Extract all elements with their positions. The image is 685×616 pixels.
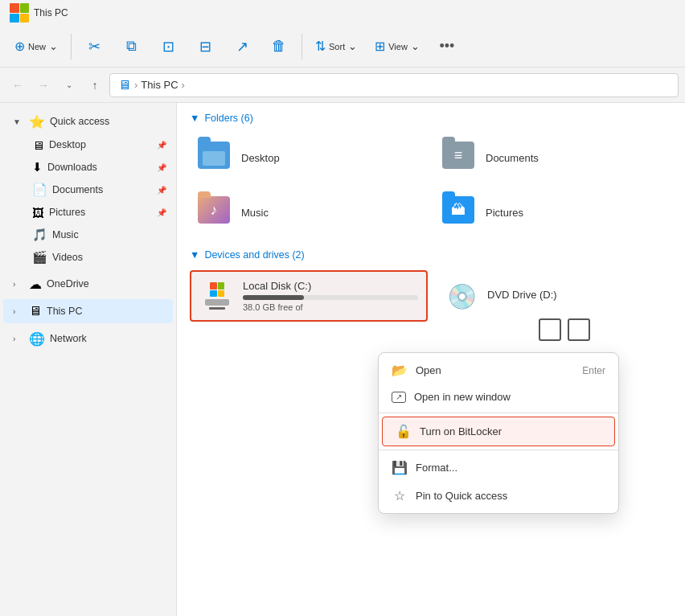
thispc-section: › 🖥 This PC <box>0 299 176 323</box>
view-chevron: ⌄ <box>411 40 420 52</box>
thispc-expand: › <box>13 307 24 316</box>
paste-button[interactable]: ⊡ <box>150 29 186 64</box>
drive-c-bar-fill <box>243 295 304 300</box>
paste-icon: ⊡ <box>162 38 174 55</box>
title-bar-text: This PC <box>34 7 68 18</box>
pictures-icon: 🖼 <box>32 206 44 220</box>
open-shortcut: Enter <box>582 365 605 376</box>
copy-icon: ⧉ <box>126 38 137 55</box>
view-icon: ⊞ <box>375 39 385 54</box>
pin-icon-documents: 📌 <box>157 186 166 195</box>
back-icon: ← <box>12 79 23 92</box>
back-button[interactable]: ← <box>6 74 29 97</box>
desktop-icon: 🖥 <box>32 138 44 152</box>
sidebar-item-videos[interactable]: 🎬 Videos <box>3 246 173 269</box>
sidebar-item-network[interactable]: › 🌐 Network <box>3 326 173 351</box>
drive-item-d[interactable]: 💿 DVD Drive (D:) <box>434 270 672 322</box>
music-label: Music <box>52 229 166 240</box>
format-menu-icon: 💾 <box>392 460 408 475</box>
bitlocker-menu-icon: 🔓 <box>396 424 412 439</box>
sidebar-item-thispc[interactable]: › 🖥 This PC <box>3 299 173 323</box>
context-menu-item-bitlocker[interactable]: 🔓 Turn on BitLocker <box>382 417 615 446</box>
drive-c-name: Local Disk (C:) <box>243 280 418 292</box>
address-bar[interactable]: 🖥 › This PC › <box>109 73 679 97</box>
folder-documents-name: Documents <box>486 152 539 164</box>
drive-d-name: DVD Drive (D:) <box>487 289 662 301</box>
folders-chevron: ▼ <box>190 113 199 124</box>
drive-d-info: DVD Drive (D:) <box>487 289 662 304</box>
context-menu-item-open[interactable]: 📂 Open Enter <box>379 356 618 384</box>
quick-access-label: Quick access <box>50 116 166 127</box>
folder-music-name: Music <box>241 207 269 219</box>
videos-icon: 🎬 <box>32 250 47 265</box>
dropdown-button[interactable]: ⌄ <box>58 74 80 97</box>
format-menu-label: Format... <box>416 462 605 474</box>
drive-c-info: Local Disk (C:) 38.0 GB free of <box>243 280 418 312</box>
context-menu-item-pin[interactable]: ☆ Pin to Quick access <box>379 482 618 510</box>
separator-1 <box>71 34 72 60</box>
folder-item-desktop[interactable]: Desktop <box>190 133 428 182</box>
title-bar: This PC <box>0 0 685 26</box>
rename-button[interactable]: ⊟ <box>187 29 223 64</box>
sidebar-item-music[interactable]: 🎵 Music <box>3 224 173 246</box>
breadcrumb-separator-0: › <box>134 79 137 91</box>
folders-section-header[interactable]: ▼ Folders (6) <box>190 113 672 124</box>
more-button[interactable]: ••• <box>429 29 465 64</box>
onedrive-expand: › <box>13 280 24 289</box>
dropdown-icon: ⌄ <box>66 80 72 89</box>
resize-icons <box>539 318 590 341</box>
open-menu-icon: 📂 <box>392 363 408 378</box>
up-icon: ↑ <box>92 79 98 92</box>
copy-button[interactable]: ⧉ <box>113 29 149 64</box>
desktop-label: Desktop <box>49 139 152 150</box>
context-menu: 📂 Open Enter ↗ Open in new window 🔓 Turn… <box>378 352 619 514</box>
share-button[interactable]: ↗ <box>224 29 260 64</box>
pictures-folder-icon: 🏔 <box>442 195 478 230</box>
main-layout: ▼ ⭐ Quick access 🖥 Desktop 📌 ⬇ Downloads… <box>0 103 685 616</box>
drives-section-label: Devices and drives (2) <box>204 249 304 261</box>
forward-button[interactable]: → <box>32 74 55 97</box>
cut-button[interactable]: ✂ <box>76 29 112 64</box>
drive-item-c[interactable]: Local Disk (C:) 38.0 GB free of <box>190 270 428 322</box>
nav-bar: ← → ⌄ ↑ 🖥 › This PC › <box>0 68 685 103</box>
onedrive-icon: ☁ <box>29 277 42 292</box>
folder-desktop-name: Desktop <box>241 152 280 164</box>
forward-icon: → <box>38 79 49 92</box>
up-button[interactable]: ↑ <box>84 74 106 97</box>
rename-icon: ⊟ <box>199 38 211 55</box>
open-new-menu-label: Open in new window <box>414 391 605 403</box>
drives-grid: Local Disk (C:) 38.0 GB free of 💿 DVD Dr… <box>190 270 672 322</box>
onedrive-section: › ☁ OneDrive <box>0 272 176 296</box>
documents-label: Documents <box>52 184 152 195</box>
context-menu-item-open-new[interactable]: ↗ Open in new window <box>379 384 618 409</box>
separator-2 <box>301 34 302 60</box>
drives-section-header[interactable]: ▼ Devices and drives (2) <box>190 249 672 261</box>
onedrive-label: OneDrive <box>47 278 166 290</box>
folder-item-music[interactable]: ♪ Music <box>190 188 428 236</box>
folder-item-documents[interactable]: ≡ Documents <box>434 133 672 182</box>
delete-button[interactable]: 🗑 <box>261 29 297 64</box>
pin-icon-pictures: 📌 <box>157 208 166 217</box>
content-area: ▼ Folders (6) Desktop <box>177 103 685 616</box>
sidebar-item-quick-access[interactable]: ▼ ⭐ Quick access <box>3 109 173 133</box>
drives-chevron: ▼ <box>190 249 199 261</box>
sidebar-item-desktop[interactable]: 🖥 Desktop 📌 <box>3 133 173 156</box>
sidebar-item-downloads[interactable]: ⬇ Downloads 📌 <box>3 156 173 179</box>
new-button[interactable]: ⊕ New ⌄ <box>6 29 66 64</box>
folders-section-label: Folders (6) <box>204 113 252 124</box>
sidebar-item-onedrive[interactable]: › ☁ OneDrive <box>3 272 173 296</box>
folder-item-pictures[interactable]: 🏔 Pictures <box>434 188 672 236</box>
sidebar-item-documents[interactable]: 📄 Documents 📌 <box>3 179 173 201</box>
thispc-label: This PC <box>47 306 166 317</box>
context-menu-sep-2 <box>379 450 618 450</box>
sidebar-item-pictures[interactable]: 🖼 Pictures 📌 <box>3 201 173 224</box>
sort-button[interactable]: ⇅ Sort ⌄ <box>307 29 365 64</box>
view-button[interactable]: ⊞ View ⌄ <box>367 29 428 64</box>
music-icon: 🎵 <box>32 228 47 242</box>
network-expand: › <box>13 335 24 343</box>
new-chevron: ⌄ <box>49 40 58 52</box>
cut-icon: ✂ <box>88 38 100 55</box>
pin-icon-downloads: 📌 <box>157 163 166 172</box>
sidebar: ▼ ⭐ Quick access 🖥 Desktop 📌 ⬇ Downloads… <box>0 103 177 616</box>
context-menu-item-format[interactable]: 💾 Format... <box>379 454 618 482</box>
